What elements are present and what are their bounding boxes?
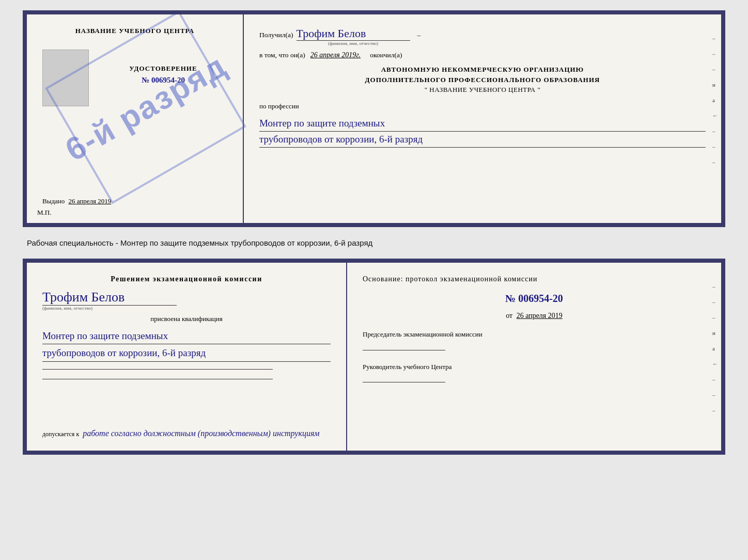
vtom-date: 26 апреля 2019г. [310,51,361,59]
name-value: Трофим Белов [42,290,177,306]
blank-line-2 [42,379,273,379]
vtom-label: в том, что он(а) [259,51,305,59]
cert-bottom-right: Основание: протокол экзаменационной коми… [347,263,721,451]
top-center-title: НАЗВАНИЕ УЧЕБНОГО ЦЕНТРА [75,27,195,35]
qual-line2: трубопроводов от коррозии, 6-й разряд [42,345,331,361]
poluchil-subtext: (фамилия, имя, отчество) [297,41,410,46]
org-line3: " НАЗВАНИЕ УЧЕБНОГО ЦЕНТРА " [259,85,706,95]
blank-line-1 [42,369,273,370]
poluchil-row: Получил(a) Трофим Белов (фамилия, имя, о… [259,27,706,46]
po-professii: по профессии [259,102,706,110]
cert-bottom-left: Решением экзаменационной комиссии Трофим… [27,263,347,451]
profession-line2: трубопроводов от коррозии, 6-й разряд [259,132,706,148]
org-block: АВТОНОМНУЮ НЕКОММЕРЧЕСКУЮ ОРГАНИЗАЦИЮ ДО… [259,65,706,95]
side-marks-top: – – – и а ← – – – [712,35,718,165]
side-marks-bottom: – – – и а ← – – – [712,283,718,413]
dopusk-prefix: допускается к [42,430,79,438]
name-block: Трофим Белов (фамилия, имя, отчество) [42,290,331,311]
from-date-value: 26 апреля 2019 [517,312,563,319]
bottom-certificate: Решением экзаменационной комиссии Трофим… [23,259,725,455]
head-signature-line [363,382,445,382]
vydano-label: Выдано [42,197,65,205]
top-certificate: НАЗВАНИЕ УЧЕБНОГО ЦЕНТРА УДОСТОВЕРЕНИЕ №… [23,10,725,227]
vtom-row: в том, что он(а) 26 апреля 2019г. окончи… [259,51,706,59]
middle-text-content: Рабочая специальность - Монтер по защите… [27,238,372,247]
protocol-number: № 006954-20 [363,293,706,305]
basis-title: Основание: протокол экзаменационной коми… [363,275,706,283]
dash1: – [417,31,421,39]
vydano-date: 26 апреля 2019 [69,197,112,205]
diagonal-stamp: 6-й разряд [45,10,246,204]
okonchil-label: окончил(а) [370,51,402,59]
head-block: Руководитель учебного Центра [363,355,706,383]
photo-placeholder [42,50,89,106]
profession-block: Монтер по защите подземных трубопроводов… [259,116,706,148]
udost-number: № 006954-20 [142,76,185,85]
poluchil-label: Получил(a) [259,31,293,39]
mp-line: М.П. [37,209,51,217]
chairman-block: Председатель экзаменационной комиссии [363,329,706,350]
qualification-label: присвоена квалификация [42,315,331,323]
cert-top-right: Получил(a) Трофим Белов (фамилия, имя, о… [244,14,721,223]
udost-label: УДОСТОВЕРЕНИЕ [129,65,197,73]
qualification-block: Монтер по защите подземных трубопроводов… [42,327,331,362]
name-subtext: (фамилия, имя, отчество) [42,306,92,311]
from-prefix: от [506,312,512,319]
middle-text: Рабочая специальность - Монтер по защите… [23,235,725,250]
chairman-label: Председатель экзаменационной комиссии [363,329,706,340]
dopusk-value: работе согласно должностным (производств… [83,429,319,438]
poluchil-value: Трофим Белов [297,27,410,41]
org-line1: АВТОНОМНУЮ НЕКОММЕРЧЕСКУЮ ОРГАНИЗАЦИЮ [259,65,706,75]
stamp-border [45,10,246,204]
from-date: от 26 апреля 2019 [363,312,706,320]
dopusk-line: допускается к работе согласно должностны… [42,429,331,438]
vydano-line: Выдано 26 апреля 2019 [42,197,111,211]
decision-title: Решением экзаменационной комиссии [42,275,331,283]
chairman-signature-line [363,350,445,350]
head-label: Руководитель учебного Центра [363,362,706,372]
qual-line1: Монтер по защите подземных [42,328,331,344]
cert-top-left: НАЗВАНИЕ УЧЕБНОГО ЦЕНТРА УДОСТОВЕРЕНИЕ №… [27,14,244,223]
profession-line1: Монтер по защите подземных [259,116,706,132]
org-line2: ДОПОЛНИТЕЛЬНОГО ПРОФЕССИОНАЛЬНОГО ОБРАЗО… [259,75,706,85]
